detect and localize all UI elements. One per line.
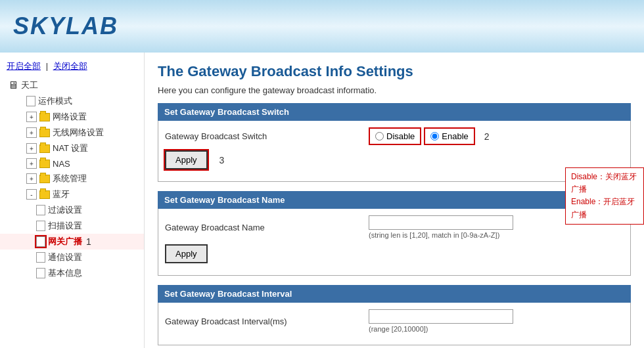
switch-control: Disable Enable 2: [369, 127, 624, 145]
sidebar-item-saomiaoshezhi[interactable]: 扫描设置: [0, 218, 144, 234]
sidebar: 开启全部 | 关闭全部 🖥 天工 运作模式 + 网络设置 + 无线网络设置 + …: [0, 53, 145, 348]
radio-group-switch: Disable Enable 2: [369, 127, 624, 145]
folder-icon-nat: [39, 144, 50, 153]
separator: |: [46, 61, 48, 71]
tooltip-line1: Disable：关闭蓝牙广播: [571, 171, 638, 196]
section-interval-body: Gateway Broadcast Interval(ms) (range [2…: [158, 303, 631, 345]
folder-icon-wangluoshezhi: [39, 113, 50, 121]
sidebar-item-nas[interactable]: + NAS: [0, 156, 144, 171]
open-all-link[interactable]: 开启全部: [7, 61, 41, 71]
interval-form-row: Gateway Broadcast Interval(ms) (range [2…: [165, 309, 624, 333]
sidebar-label-jibenmessage: 基本信息: [48, 267, 82, 279]
section-name-body: Gateway Broadcast Name (string len is [1…: [158, 209, 631, 276]
close-all-link[interactable]: 关闭全部: [53, 61, 87, 71]
interval-control: (range [20,10000]): [369, 309, 624, 333]
expand-icon-nas: +: [26, 158, 37, 169]
page-description: Here you can configure the gateway broad…: [158, 85, 631, 95]
expand-icon-nat: +: [26, 143, 37, 154]
sidebar-item-wuxian[interactable]: + 无线网络设置: [0, 125, 144, 141]
sidebar-top-links: 开启全部 | 关闭全部: [0, 58, 144, 77]
page-icon-wangguanguangbo: [36, 236, 45, 247]
page-icon-saomiaoshezhi: [36, 221, 45, 231]
name-label: Gateway Broadcast Name: [165, 223, 369, 232]
radio-enable-label: Enable: [442, 131, 468, 141]
sidebar-item-guolvshezhi[interactable]: 过滤设置: [0, 202, 144, 218]
folder-icon-xitong: [39, 175, 50, 183]
section-interval: Set Gateway Broadcast Interval Gateway B…: [158, 285, 631, 345]
sidebar-label-tongxinshezhi: 通信设置: [48, 251, 82, 263]
radio-enable[interactable]: Enable: [424, 127, 474, 145]
sidebar-label-xitong: 系统管理: [53, 173, 87, 185]
section-switch-body: Gateway Broadcast Switch Disable Enable: [158, 121, 631, 182]
sidebar-label-bluetooth: 蓝牙: [53, 188, 70, 200]
sidebar-item-tiangong[interactable]: 🖥 天工: [0, 77, 144, 93]
sidebar-item-bluetooth[interactable]: - 蓝牙: [0, 186, 144, 202]
sidebar-label-guolvshezhi: 过滤设置: [48, 204, 82, 216]
sidebar-item-xitong[interactable]: + 系统管理: [0, 171, 144, 186]
switch-form-row: Gateway Broadcast Switch Disable Enable: [165, 127, 624, 145]
section-name-header: Set Gateway Broadcast Name: [158, 191, 631, 209]
expand-icon-wangluoshezhi: +: [26, 112, 37, 122]
sidebar-item-yunzuomoshi[interactable]: 运作模式: [0, 93, 144, 109]
sidebar-label-tiangong: 天工: [21, 79, 38, 91]
radio-disable-input[interactable]: [375, 132, 384, 141]
page-icon-jibenmessage: [36, 268, 45, 278]
sidebar-label-wuxian: 无线网络设置: [53, 127, 104, 139]
logo: SKYLAB: [13, 12, 118, 40]
name-hint: (string len is [1,20], match in [0-9a-zA…: [369, 231, 624, 239]
sidebar-label-nat: NAT 设置: [53, 142, 88, 154]
expand-icon-wuxian: +: [26, 127, 37, 138]
annotation-3: 3: [219, 155, 225, 165]
expand-icon-xitong: +: [26, 173, 37, 184]
expand-icon-bluetooth: -: [26, 189, 37, 200]
apply-name-button[interactable]: Apply: [165, 244, 208, 263]
page-title: The Gateway Broadcast Info Settings: [158, 63, 631, 80]
page-icon-guolvshezhi: [36, 205, 45, 215]
sidebar-label-saomiaoshezhi: 扫描设置: [48, 220, 82, 232]
radio-enable-input[interactable]: [430, 132, 439, 141]
radio-disable-label: Disable: [386, 131, 415, 141]
tooltip-box: Disable：关闭蓝牙广播 Enable：开启蓝牙广播: [565, 167, 644, 225]
name-apply-row: Apply: [165, 244, 624, 263]
interval-label: Gateway Broadcast Interval(ms): [165, 316, 369, 326]
apply-switch-button[interactable]: Apply: [165, 150, 208, 169]
content-area: The Gateway Broadcast Info Settings Here…: [145, 53, 644, 348]
logo-lab: LAB: [66, 12, 118, 39]
radio-disable[interactable]: Disable: [369, 127, 421, 145]
section-name: Set Gateway Broadcast Name Gateway Broad…: [158, 191, 631, 276]
sidebar-label-wangguanguangbo: 网关广播: [48, 236, 82, 248]
sidebar-label-wangluoshezhi: 网络设置: [53, 111, 87, 123]
page-icon-yunzuomoshi: [26, 96, 35, 106]
sidebar-item-wangluoshezhi[interactable]: + 网络设置: [0, 109, 144, 125]
annotation-1: 1: [86, 236, 91, 247]
section-switch-header: Set Gateway Broadcast Switch: [158, 103, 631, 121]
sidebar-item-nat[interactable]: + NAT 设置: [0, 141, 144, 156]
name-form-row: Gateway Broadcast Name (string len is [1…: [165, 215, 624, 239]
sidebar-label-yunzuomoshi: 运作模式: [38, 95, 72, 107]
folder-icon-wuxian: [39, 129, 50, 137]
main-layout: 开启全部 | 关闭全部 🖥 天工 运作模式 + 网络设置 + 无线网络设置 + …: [0, 53, 644, 348]
tooltip-line2: Enable：开启蓝牙广播: [571, 196, 638, 221]
sidebar-item-wangguanguangbo[interactable]: 网关广播 1: [0, 234, 144, 250]
annotation-2: 2: [484, 131, 490, 142]
folder-icon-nas: [39, 160, 50, 168]
name-input[interactable]: [369, 215, 513, 230]
switch-label: Gateway Broadcast Switch: [165, 131, 369, 141]
interval-hint: (range [20,10000]): [369, 325, 624, 333]
section-interval-header: Set Gateway Broadcast Interval: [158, 285, 631, 303]
logo-sky: SKY: [13, 12, 66, 39]
sidebar-item-jibenmessage[interactable]: 基本信息: [0, 265, 144, 281]
page-icon-tongxinshezhi: [36, 252, 45, 263]
interval-input[interactable]: [369, 309, 513, 324]
sidebar-item-tongxinshezhi[interactable]: 通信设置: [0, 250, 144, 265]
header: SKYLAB: [0, 0, 644, 53]
section-switch: Set Gateway Broadcast Switch Gateway Bro…: [158, 103, 631, 182]
switch-apply-row: Apply 3: [165, 150, 624, 169]
sidebar-label-nas: NAS: [53, 159, 70, 169]
folder-icon-bluetooth: [39, 190, 50, 199]
